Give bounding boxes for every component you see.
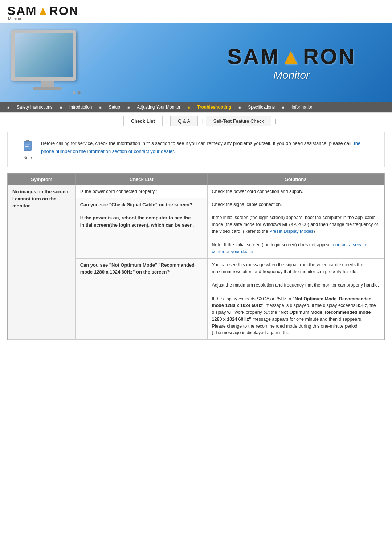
svg-rect-4 <box>25 146 29 147</box>
solution-cell-3: If the initial screen (the login screen)… <box>207 211 384 259</box>
main-table-wrapper: Symptom Check List Solutions No images o… <box>7 173 385 340</box>
symptom-cell: No images on the screen. I cannot turn o… <box>8 185 76 340</box>
svg-rect-6 <box>27 140 28 142</box>
nav-item-troubleshooting[interactable]: Troubleshooting <box>197 105 231 110</box>
page-header: SAM▲RON Monitor <box>0 0 392 21</box>
svg-rect-2 <box>25 143 30 143</box>
banner-logo-sub: Monitor <box>227 69 356 81</box>
note-text-before: Before calling for service, check the in… <box>41 141 354 146</box>
nav-item-information[interactable]: Information <box>291 105 313 110</box>
check-cell-4: Can you see "Not Optimum Mode" "Recomman… <box>75 258 207 339</box>
logo-sub: Monitor <box>8 16 21 21</box>
check-cell-2: Can you see "Check Signal Cable" on the … <box>75 198 207 211</box>
nav-item-introduction[interactable]: Introduction <box>69 105 92 110</box>
solution-cell-4: You can see this message when the signal… <box>207 258 384 339</box>
checklist-table: Symptom Check List Solutions No images o… <box>8 173 384 340</box>
note-content: Before calling for service, check the in… <box>41 139 373 155</box>
check-cell-1: Is the power cord connected properly? <box>75 185 207 198</box>
table-header-solutions: Solutions <box>207 174 384 185</box>
tab-bar: Check List | Q & A | Self-Test Feature C… <box>0 116 392 126</box>
logo-text: SAM <box>7 4 37 18</box>
nav-item-specifications[interactable]: Specifications <box>248 105 275 110</box>
note-icon-wrapper: Note <box>19 139 37 160</box>
check-cell-3: If the power is on, reboot the computer … <box>75 211 207 259</box>
nav-item-adjusting[interactable]: Adjusting Your Monitor <box>137 105 180 110</box>
service-center-link[interactable]: contact a service center or your dealer. <box>212 242 367 254</box>
svg-rect-1 <box>24 142 31 150</box>
nav-item-safety[interactable]: Safety Instructions <box>17 105 53 110</box>
table-header-checklist: Check List <box>75 174 207 185</box>
tab-qa[interactable]: Q & A <box>170 116 198 126</box>
note-label: Note <box>23 155 32 160</box>
table-row: No images on the screen. I cannot turn o… <box>8 185 384 198</box>
monitor-illustration <box>11 30 83 95</box>
logo-area: SAM▲RON Monitor <box>7 4 385 21</box>
nav-item-setup[interactable]: Setup <box>109 105 120 110</box>
tab-checklist[interactable]: Check List <box>123 116 163 126</box>
svg-rect-3 <box>25 145 30 145</box>
solution-cell-1: Check the power cord connection and supp… <box>207 185 384 198</box>
solution-cell-2: Check the signal cable connection. <box>207 198 384 211</box>
table-header-symptom: Symptom <box>8 174 76 185</box>
banner-logo: SAM▲RON Monitor <box>227 44 356 81</box>
preset-modes-link[interactable]: Preset Display Modes <box>269 229 314 234</box>
note-section: Note Before calling for service, check t… <box>7 132 385 167</box>
banner: SAM▲RON Monitor <box>0 23 392 102</box>
nav-bar: ■ Safety Instructions ■ Introduction ■ S… <box>0 102 392 112</box>
tab-selftest[interactable]: Self-Test Feature Check <box>206 116 271 126</box>
note-icon <box>20 140 35 155</box>
